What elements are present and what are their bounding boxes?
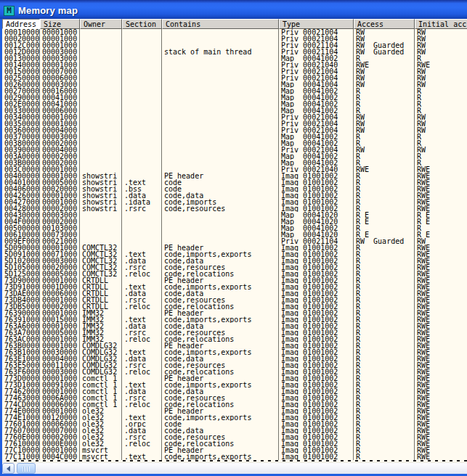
table-row[interactable]: 763E100000004000COMDLG32.datacode,dataIm… — [2, 356, 467, 362]
table-row[interactable]: 5D10500000020000COMCTL32.rsrccode,resour… — [2, 264, 467, 271]
table-row[interactable]: 774CD00000006000comctl_1.reloccode,reloc… — [2, 401, 467, 408]
table-row[interactable]: 0014000000001000Priv 00021040RWERWE — [2, 62, 467, 68]
table-row[interactable]: 0033000000006000Map 00041002RR — [2, 107, 467, 114]
cell-owner: ole32 — [80, 434, 122, 440]
table-row[interactable]: 5D09100000071000COMCTL32.textcode,import… — [2, 251, 467, 258]
table-row[interactable]: 0050000000103000Map 00041002RR — [2, 225, 467, 231]
scroll-left-button[interactable] — [2, 463, 15, 474]
column-header-access[interactable]: Access — [354, 19, 415, 29]
table-row[interactable]: 0061000000073000Map 00041020R ER E — [2, 231, 467, 238]
table-row[interactable]: 004F000000002000Map 00041020R ER E — [2, 218, 467, 225]
table-row[interactable]: 0040600000020000showstri.bsscodeImag 010… — [2, 186, 467, 192]
table-row[interactable]: 0026000000003000Map 00041004RWRW — [2, 81, 467, 88]
table-row[interactable]: 73D9000000001000CRTDLLPE headerImag 0100… — [2, 277, 467, 284]
table-row[interactable]: 763A700000005000IMM32.rsrccode,resources… — [2, 329, 467, 336]
table-row[interactable]: 0039000000004000Priv 00021004RWRW — [2, 147, 467, 153]
column-header-section[interactable]: Section — [122, 19, 162, 29]
cell-owner — [80, 231, 122, 238]
cell-size: 00003000 — [40, 212, 80, 218]
table-row[interactable]: 0037000000003000Map 00041002RR — [2, 134, 467, 140]
cell-address: 73D91000 — [2, 284, 40, 290]
table-row[interactable]: 0040100000005000showstri.textcodeImag 01… — [2, 179, 467, 186]
column-header-size[interactable]: Size — [40, 19, 80, 29]
table-row[interactable]: 7760100000006000ole32.orpccodeImag 01001… — [2, 421, 467, 427]
cell-address: 77C10000 — [2, 447, 40, 454]
table-row[interactable]: 002E000000041000Map 00041002RR — [2, 101, 467, 107]
cell-address: 00140000 — [2, 62, 40, 68]
table-row[interactable]: 009EF00000021000Priv 00021104RW GuardedR… — [2, 238, 467, 245]
table-row[interactable]: 7639100000015000IMM32.textcode,imports,e… — [2, 316, 467, 323]
table-row[interactable]: 0013000000003000Map 00041002RR — [2, 55, 467, 62]
table-row[interactable]: 0043000000003000Map 00041020R ER E — [2, 212, 467, 218]
table-row[interactable]: 763F600000003000COMDLG32.reloccode,reloc… — [2, 369, 467, 375]
column-header-address[interactable]: Address — [2, 19, 40, 29]
table-row[interactable]: 0034000000001000Priv 00021004RWRW — [2, 114, 467, 120]
table-row[interactable]: 7760700000007000ole32.datacode,dataImag … — [2, 427, 467, 434]
table-row[interactable]: 5D10200000003000COMCTL32.datacode,dataIm… — [2, 258, 467, 264]
table-row[interactable]: 0042600000001000showstri.datacode,dataIm… — [2, 192, 467, 199]
table-row[interactable]: 5D09000000001000COMCTL32PE headerImag 01… — [2, 245, 467, 251]
cell-section — [122, 166, 162, 173]
cell-access: R — [354, 316, 415, 323]
cell-access: R — [354, 303, 415, 310]
table-row[interactable]: 774E000000001000ole32PE headerImag 01001… — [2, 408, 467, 414]
cell-type: Imag 01001002 — [279, 388, 354, 395]
table-row[interactable]: 0035000000001000Priv 00021004RWRW — [2, 120, 467, 127]
scrollbar-thumb[interactable] — [17, 463, 36, 474]
table-row[interactable]: 003C000000001000Priv 00021040RWERWE — [2, 166, 467, 173]
table-row[interactable]: 0012D00000003000stack of main threadPriv… — [2, 49, 467, 55]
cell-access: R — [354, 284, 415, 290]
cell-initial: R — [415, 107, 467, 114]
table-row[interactable]: 0002000000001000Priv 00021004RWRW — [2, 36, 467, 42]
table-row[interactable]: 73DAE00000006000CRTDLL.datacode,dataImag… — [2, 290, 467, 297]
table-row[interactable]: 0042800000002000showstri.rsrccode,resour… — [2, 205, 467, 212]
table-row[interactable]: 773D100000091000comctl_1.textcode,import… — [2, 382, 467, 388]
table-row[interactable]: 0029000000041000Map 00041002RR — [2, 94, 467, 101]
column-header-contains[interactable]: Contains — [162, 19, 279, 29]
table-row[interactable]: 763B100000030000COMDLG32.textcode,import… — [2, 349, 467, 356]
memory-map-list[interactable]: 0001000000001000Priv 00021004RWRW0002000… — [2, 29, 467, 460]
horizontal-scrollbar[interactable] — [2, 462, 467, 474]
column-header-type[interactable]: Type — [279, 19, 354, 29]
table-row[interactable]: 7746200000001000comctl_1.datacode,dataIm… — [2, 388, 467, 395]
table-row[interactable]: 774630000006A000comctl_1.rsrccode,resour… — [2, 395, 467, 401]
table-row[interactable]: 003B000000002000Map 00041002RR — [2, 160, 467, 166]
memory-map-icon[interactable]: M — [4, 6, 15, 16]
table-row[interactable]: 73DB400000001000CRTDLL.rsrccode,resource… — [2, 297, 467, 303]
column-header-initial[interactable]: Initial acc — [415, 19, 467, 29]
table-row[interactable]: 73D910000001D000CRTDLL.textcode,imports,… — [2, 284, 467, 290]
table-row[interactable]: 0015000000007000Priv 00021004RWRW — [2, 68, 467, 75]
cell-address: 00370000 — [2, 134, 40, 140]
titlebar[interactable]: M Memory map — [0, 0, 467, 19]
table-row[interactable]: 774E100000120000ole32.textcode,imports,e… — [2, 414, 467, 421]
table-row[interactable]: 0042700000001000showstri.idatacode,impor… — [2, 199, 467, 205]
cell-access: R — [354, 395, 415, 401]
table-row[interactable]: 7760E00000002000ole32.rsrccode,resources… — [2, 434, 467, 440]
table-row[interactable]: 0040000000001000showstriPE headerImag 01… — [2, 173, 467, 179]
table-row[interactable]: 0027000000016000Map 00041002RR — [2, 88, 467, 94]
cell-size: 00001000 — [40, 62, 80, 68]
table-row[interactable]: 776100000000E000ole32.reloccode,relocati… — [2, 440, 467, 447]
cell-size: 00001000 — [40, 310, 80, 316]
table-row[interactable]: 5D12500000005000COMCTL32.reloccode,reloc… — [2, 271, 467, 277]
cell-contains: code,relocations — [162, 271, 279, 277]
table-row[interactable]: 763E500000011000COMDLG32.rsrccode,resour… — [2, 362, 467, 369]
table-row[interactable]: 0038000000002000Map 00041002RR — [2, 140, 467, 147]
cell-contains — [162, 94, 279, 101]
table-row[interactable]: 763AC00000001000IMM32.reloccode,relocati… — [2, 336, 467, 342]
table-row[interactable]: 763B000000001000COMDLG32PE headerImag 01… — [2, 342, 467, 349]
table-row[interactable]: 0036000000004000Priv 00021004RWRW — [2, 127, 467, 134]
cell-address: 00250000 — [2, 75, 40, 81]
table-row[interactable]: 0001000000001000Priv 00021004RWRW — [2, 29, 467, 36]
table-row[interactable]: 0025000000006000Priv 00021004RWRW — [2, 75, 467, 81]
cell-access: R — [354, 153, 415, 160]
table-row[interactable]: 73DB500000002000CRTDLL.reloccode,relocat… — [2, 303, 467, 310]
table-row[interactable]: 77C1000000001000msvcrtPE headerImag 0100… — [2, 447, 467, 454]
table-row[interactable]: 77C110000004C000msvcrt.textcode,imports,… — [2, 454, 467, 460]
table-row[interactable]: 763A600000001000IMM32.datacode,dataImag … — [2, 323, 467, 329]
table-row[interactable]: 7639000000001000IMM32PE headerImag 01001… — [2, 310, 467, 316]
table-row[interactable]: 003A000000002000Map 00041002RR — [2, 153, 467, 160]
table-row[interactable]: 773D000000001000comctl_1PE headerImag 01… — [2, 375, 467, 382]
column-header-owner[interactable]: Owner — [80, 19, 122, 29]
table-row[interactable]: 0012C00000001000Priv 00021104RW GuardedR… — [2, 42, 467, 49]
